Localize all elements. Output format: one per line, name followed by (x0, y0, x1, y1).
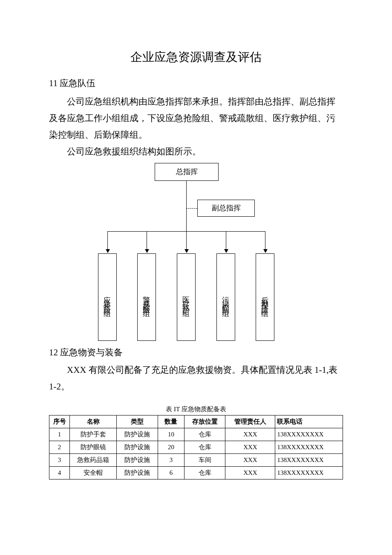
th-mgr: 管理责任人 (225, 416, 275, 428)
td-name: 防护手套 (70, 428, 117, 441)
td-tel: 138XXXXXXXX (275, 441, 343, 454)
table-1-caption: 表 IT 应急物质配备表 (49, 405, 343, 413)
section-2-paragraph-1: XXX 有限公司配备了充足的应急救援物资。具体配置情况见表 1-1,表 1-2。 (49, 362, 343, 395)
org-node-vice-commander: 副总指挥 (197, 200, 255, 217)
chart-line (186, 231, 187, 249)
table-header-row: 序号 名称 类型 数量 存放位置 管理责任人 联系电话 (49, 416, 343, 428)
arrow-icon (224, 249, 228, 253)
td-mgr: XXX (225, 467, 275, 479)
table-row: 4安全帽防护设施6仓库XXX138XXXXXXXX (49, 467, 343, 479)
td-qty: 10 (158, 428, 184, 441)
org-node-leaf-4: 污染控制组 (216, 253, 235, 341)
chart-line (186, 181, 187, 231)
th-tel: 联系电话 (275, 416, 343, 428)
arrow-icon (145, 249, 149, 253)
td-seq: 1 (49, 428, 70, 441)
td-mgr: XXX (225, 441, 275, 454)
td-name: 安全帽 (70, 467, 117, 479)
td-seq: 4 (49, 467, 70, 479)
table-row: 1防护手套防护设施10仓库XXX138XXXXXXXX (49, 428, 343, 441)
chart-line (147, 231, 147, 249)
td-tel: 138XXXXXXXX (275, 454, 343, 467)
td-loc: 车间 (184, 454, 225, 467)
td-qty: 20 (158, 441, 184, 454)
td-type: 防护设施 (117, 467, 158, 479)
td-loc: 仓库 (184, 467, 225, 479)
org-node-leaf-5: 后勤保障组 (256, 253, 274, 341)
section-1-heading: 11 应急队伍 (49, 77, 343, 89)
td-tel: 138XXXXXXXX (275, 467, 343, 479)
section-1-paragraph-2: 公司应急救援组织结构如图所示。 (49, 143, 343, 160)
table-row: 3急救药品箱防护设施3车间XXX138XXXXXXXX (49, 454, 343, 467)
chart-line (226, 231, 226, 249)
section-1-paragraph-1: 公司应急组织机构由应急指挥部来承担。指挥部由总指挥、副总指挥及各应急工作小组组成… (49, 93, 343, 143)
arrow-icon (184, 249, 189, 253)
org-node-commander: 总指挥 (155, 163, 219, 181)
th-name: 名称 (70, 416, 117, 428)
chart-line (265, 231, 265, 249)
chart-dotted-line (186, 208, 197, 209)
th-type: 类型 (117, 416, 158, 428)
td-type: 防护设施 (117, 428, 158, 441)
th-qty: 数量 (158, 416, 184, 428)
table-1: 序号 名称 类型 数量 存放位置 管理责任人 联系电话 1防护手套防护设施10仓… (49, 415, 343, 479)
org-node-leaf-2: 警戒疏散组 (137, 253, 156, 341)
section-2-heading: 12 应急物资与装备 (49, 346, 343, 358)
org-node-leaf-3: 医疗救护组 (177, 253, 196, 341)
td-mgr: XXX (225, 454, 275, 467)
th-seq: 序号 (49, 416, 70, 428)
table-row: 2防护眼镜防护设施20仓库XXX138XXXXXXXX (49, 441, 343, 454)
td-name: 急救药品箱 (70, 454, 117, 467)
td-mgr: XXX (225, 428, 275, 441)
page-title: 企业应急资源调查及评估 (49, 49, 343, 65)
org-node-leaf-1: 应急抢险组 (98, 253, 117, 341)
org-chart: 总指挥 副总指挥 应急抢险组 警戒疏散组 医疗救护组 污染控制组 后勤保障组 (98, 163, 294, 346)
th-loc: 存放位置 (184, 416, 225, 428)
td-name: 防护眼镜 (70, 441, 117, 454)
td-qty: 6 (158, 467, 184, 479)
td-type: 防护设施 (117, 454, 158, 467)
td-tel: 138XXXXXXXX (275, 428, 343, 441)
chart-line (107, 231, 108, 249)
arrow-icon (106, 249, 110, 253)
td-seq: 2 (49, 441, 70, 454)
td-qty: 3 (158, 454, 184, 467)
arrow-icon (263, 249, 268, 253)
td-seq: 3 (49, 454, 70, 467)
td-type: 防护设施 (117, 441, 158, 454)
td-loc: 仓库 (184, 428, 225, 441)
td-loc: 仓库 (184, 441, 225, 454)
